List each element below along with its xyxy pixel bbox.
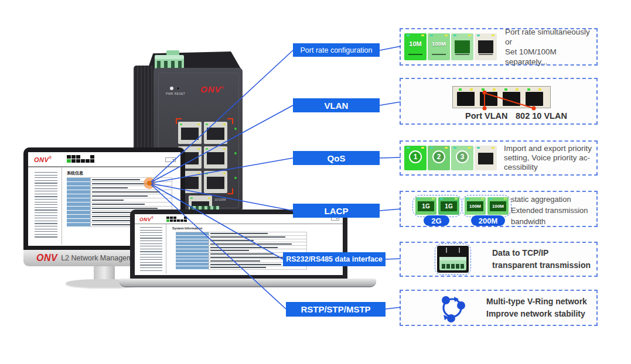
feature-label-rs232: RS232/RS485 data interface xyxy=(283,252,386,266)
feature-label-vlan: VLAN xyxy=(293,98,380,112)
switch-rj45-port xyxy=(204,171,227,193)
lacp-sum-2g: 2G xyxy=(424,215,449,226)
monitor-nav-sidebar xyxy=(28,167,62,245)
table-row xyxy=(67,198,172,202)
port-100m: 100M xyxy=(428,33,450,60)
port-1g: 1G xyxy=(415,197,436,215)
table-row xyxy=(67,190,172,194)
line-rstp-to-box xyxy=(386,307,401,309)
line-qos-to-box xyxy=(380,157,401,158)
feature-label-qos: QoS xyxy=(293,151,380,165)
feature-diagram: PWR RESET ONV® 10/100M ONV® 系统信息 xyxy=(0,0,631,364)
lacp-description: static aggregation Extended transmission… xyxy=(511,194,588,227)
feature-label-rstp: RSTP/STP/MSTP xyxy=(286,302,386,317)
monitor-stand-neck xyxy=(94,266,115,280)
rstp-description: Multi-type V-Ring network Improve networ… xyxy=(486,296,587,320)
monitor-page-title: 系统信息 xyxy=(67,170,83,176)
feature-box-qos: 1 2 3 Import and export priority setting… xyxy=(400,140,598,176)
port-dark-green xyxy=(451,33,473,60)
switch-link-led xyxy=(234,177,237,179)
switch-brand-logo: ONV® xyxy=(200,84,224,94)
lacp-sum-200m: 200M xyxy=(471,215,505,226)
feature-label-lacp: LACP xyxy=(293,204,380,218)
port-bracket-br xyxy=(227,188,233,194)
switch-rj45-port xyxy=(204,122,227,144)
line-lacp-to-box xyxy=(380,209,401,211)
table-row xyxy=(67,202,172,207)
laptop-page-title: System Information xyxy=(172,226,202,230)
serial-terminal-icon xyxy=(435,243,471,275)
port-indicator xyxy=(166,217,187,222)
port-10m: 10M xyxy=(404,33,427,60)
table-row xyxy=(67,186,172,190)
monitor-nav-menu-items xyxy=(35,172,57,239)
table-row xyxy=(67,178,172,182)
line-port-rate-to-box xyxy=(380,46,401,50)
vlan-callout-8021q: 802 10 VLAN xyxy=(516,111,567,121)
laptop-main-panel: System Information xyxy=(166,224,343,274)
switch-led-label: PWR RESET xyxy=(166,92,185,95)
table-row xyxy=(67,182,172,186)
monitor-bezel-text: L2 Network Manageme xyxy=(61,254,137,262)
feature-label-port-rate: Port rate configuration xyxy=(293,43,380,57)
laptop-nav-sidebar xyxy=(135,224,166,274)
monitor-bezel-logo: ONV xyxy=(36,253,57,263)
laptop-base xyxy=(120,279,376,287)
monitor-ui-logo: ONV® xyxy=(34,156,52,163)
table-row xyxy=(67,194,172,198)
qos-port-1: 1 xyxy=(404,146,427,170)
port-1g: 1G xyxy=(438,197,459,215)
feature-box-port-rate: 10M 100M Port rate simultaneously or Set… xyxy=(400,28,598,66)
qos-port-3: 3 xyxy=(451,146,473,170)
switch-link-led xyxy=(234,152,237,154)
qos-port-2: 2 xyxy=(428,146,450,170)
switch-rj45-port xyxy=(204,146,227,169)
lacp-group-1g: 1G 1G xyxy=(412,195,462,217)
laptop-nav-menu-items xyxy=(140,227,162,271)
line-vlan-to-box xyxy=(380,102,401,105)
lacp-group-100m: 100M 100M xyxy=(462,195,511,217)
ring-network-icon xyxy=(436,293,469,323)
vlan-callout-port-vlan: Port VLAN xyxy=(465,111,508,121)
port-bracket-tr xyxy=(227,118,233,124)
feature-box-rs232: Data to TCP/IP transparent transmission xyxy=(400,242,598,277)
port-rate-description: Port rate simultaneously or Set 10M/100M… xyxy=(505,27,593,67)
port-100m: 100M xyxy=(465,197,486,215)
feature-box-rstp: Multi-type V-Ring network Improve networ… xyxy=(400,290,598,326)
qos-description: Import and export priority setting, Voic… xyxy=(504,144,592,172)
laptop-ui-logo: ONV® xyxy=(139,216,154,222)
feature-box-vlan: Port VLAN 802 10 VLAN xyxy=(400,78,598,125)
port-100m: 100M xyxy=(487,197,509,215)
switch-port-speed-label: 10/100M xyxy=(214,198,226,201)
callout-hub-dot xyxy=(147,181,152,186)
feature-box-lacp: 1G 1G 100M 100M 2G 200M static aggregati… xyxy=(400,191,598,227)
rs232-description: Data to TCP/IP transparent transmission xyxy=(492,247,591,272)
switch-reset-button xyxy=(176,87,180,90)
language-dropdown xyxy=(165,157,176,162)
qos-port-4 xyxy=(475,146,497,170)
switch-rj45-port xyxy=(178,122,202,144)
switch-link-led xyxy=(234,128,237,130)
line-rs232-to-box xyxy=(386,259,401,259)
switch-pwr-led xyxy=(170,87,173,90)
port-indicator xyxy=(67,155,94,163)
monitor-ui-header: ONV® xyxy=(28,152,180,167)
table-row xyxy=(176,266,307,270)
port-unconfigured xyxy=(475,33,497,60)
